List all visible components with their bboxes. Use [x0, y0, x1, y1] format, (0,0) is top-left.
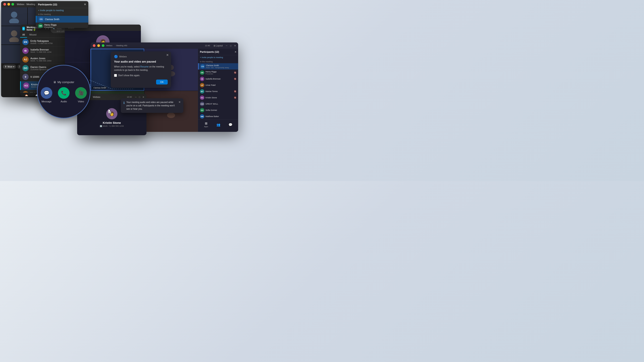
right-meeting-webex-label: Webex [106, 44, 112, 47]
chat-bottom-button[interactable]: 💬 [228, 123, 232, 127]
right-meeting-header: Webex · Meeting info 12:40 ⊞ Layout ─ □ … [90, 42, 238, 49]
layout-btn[interactable]: ⊞ Layout [214, 44, 223, 47]
close-btn-left[interactable] [3, 3, 6, 5]
rp-participant-isabella: IB Isabella Brennan 🔇 [198, 76, 238, 82]
rp-participant-matthew: MB Matthew Baker [198, 113, 238, 120]
webex-logo: W [22, 27, 25, 30]
rp-henry-mic-icon: 🔇 [234, 71, 236, 74]
invite-link[interactable]: + Invite people to meeting [36, 8, 88, 13]
min-btn-right[interactable] [97, 44, 100, 47]
apps-button[interactable]: ⊞ Apps [204, 122, 208, 128]
participants-panel-left: Participants (12) ✕ + Invite people to m… [36, 1, 88, 28]
notification-toast: ℹ Your meeting audio and video are pause… [121, 98, 183, 113]
rp-participant-umar: UP Umar Patel [198, 82, 238, 88]
magnify-message-label: Message [42, 100, 52, 103]
right-meeting-info-label: · Meeting info [115, 44, 127, 47]
rp-avatar-henry: HR [200, 70, 204, 75]
close-btn-right[interactable] [93, 44, 96, 47]
magnify-video-icon: 🎥 [75, 87, 87, 99]
nav-icon-1[interactable]: 🏠 [24, 94, 28, 96]
svg-point-5 [9, 37, 19, 42]
toast-close-icon[interactable]: ✕ [178, 100, 181, 104]
magnify-video-label: Video [78, 100, 84, 103]
rp-clarissa-sub: Host · me · Temporarily away [206, 67, 236, 69]
right-maximize-icon[interactable]: □ [230, 44, 232, 47]
dialog-close-icon[interactable]: ✕ [166, 53, 169, 57]
in-meeting-section: In the meeting CS Clarissa Smith HR Henr… [36, 13, 88, 28]
people-button[interactable]: 👥 [216, 123, 220, 127]
tab-missed[interactable]: Missed [27, 33, 39, 37]
dont-show-checkbox[interactable] [114, 74, 117, 77]
rp-avatar-sofia: SG [200, 108, 204, 112]
rp-clarissa-info: Clarissa Smith Host · me · Temporarily a… [206, 64, 236, 69]
dialog-webex-label: Webex [119, 55, 127, 58]
big-minimize-icon[interactable]: ─ [135, 96, 137, 98]
webex-dialog-icon: 🔵 [114, 55, 118, 58]
avatar-9: 9 [22, 74, 28, 80]
min-btn-left[interactable] [8, 3, 10, 5]
max-btn-right[interactable] [102, 44, 104, 47]
avatar-clarissa: CS [39, 17, 44, 22]
tab-all[interactable]: All [20, 33, 27, 37]
magnify-audio-label: Audio [60, 100, 67, 103]
svg-point-1 [9, 18, 19, 23]
dialog-body: When you're ready, select Resume on the … [114, 65, 168, 72]
participants-panel-header: Participants (12) ✕ [36, 1, 88, 8]
svg-point-4 [11, 30, 17, 37]
magnify-computer-label: 🖥 My computer [53, 80, 74, 84]
magnify-video-btn[interactable]: 🎥 Video [75, 87, 87, 103]
big-maximize-icon[interactable]: □ [139, 96, 140, 98]
dialog-heading: Your audio and video are paused [114, 60, 168, 63]
rp-kristin-mic-icon: 🔇 [234, 96, 236, 99]
chat-icon: 💬 [228, 123, 232, 126]
rp-sofia-name: Sofia Gomez [206, 109, 236, 111]
participant-clarissa-info: Clarissa Smith [45, 18, 86, 20]
dialog-footer: OK [114, 79, 168, 84]
audio-paused-dialog: ✕ 🔵 Webex Your audio and video are pause… [111, 51, 171, 88]
avatar-isabella1: IB [22, 48, 28, 54]
rp-count: Participants (12) [200, 50, 219, 53]
rp-participant-sofia: SG Sofia Gomez [198, 107, 238, 113]
video-cell-clarissa-name: Clarissa Smith [92, 86, 107, 89]
avatar-austen1: AJ [22, 56, 28, 62]
rp-marise-name: Marise Torres [206, 90, 233, 92]
right-minimize-icon[interactable]: ─ [226, 44, 228, 47]
mute-button[interactable]: 🎙 Mute ▾ [3, 64, 16, 69]
avatar-emily: EN [22, 39, 28, 45]
avatar-marise: MT [22, 91, 28, 92]
magnify-actions: 💬 Message 📞 Audio 🎥 Video [41, 87, 87, 103]
rp-avatar-clarissa: CS [200, 64, 205, 69]
apps-label: Apps [204, 126, 208, 128]
big-close-icon[interactable]: ✕ [142, 96, 144, 98]
avatar-kristin: KS [23, 82, 29, 89]
in-meeting-label: In the meeting [36, 13, 88, 16]
rp-marise-mic-icon: 🔇 [234, 90, 236, 92]
rp-isabella-name: Isabella Brennan [206, 78, 233, 80]
rp-close-icon[interactable]: ✕ [234, 51, 236, 53]
big-call-avatar: 👩 [106, 108, 118, 119]
dialog-checkbox-row: Don't show this again. [114, 74, 168, 77]
big-call-time: 12:40 [127, 96, 132, 98]
magnify-audio-icon: 📞 [58, 87, 70, 99]
rp-clarissa-name: Clarissa Smith [206, 64, 236, 67]
resume-text: Resume [140, 65, 148, 68]
rp-invite-link[interactable]: + Invite people to meeting [198, 55, 238, 60]
max-btn-left[interactable] [12, 3, 14, 5]
magnify-message-btn[interactable]: 💬 Message [41, 87, 52, 103]
close-panel-icon[interactable]: ✕ [84, 3, 86, 6]
big-call-title: Webex [93, 96, 126, 98]
right-close-icon[interactable]: ✕ [234, 44, 236, 47]
avatar-henry: HR [38, 23, 43, 28]
dialog-ok-button[interactable]: OK [156, 79, 168, 84]
video-cell-1 [1, 7, 27, 26]
person-1 [1, 7, 27, 26]
participant-henry-info: Henry Riggs Presenter [44, 24, 86, 28]
rp-matthew-name: Matthew Baker [206, 115, 236, 117]
right-meeting-time: 12:40 [205, 44, 210, 47]
dont-show-label: Don't show this again. [118, 74, 140, 77]
magnify-audio-btn[interactable]: 📞 Audio [58, 87, 70, 103]
rp-in-meeting-label: In the meeting [198, 60, 238, 63]
participant-henry-role: Presenter [44, 26, 86, 28]
rp-kristin-name: Kristin Stone [206, 96, 233, 99]
rp-great-name: GREAT WALL [206, 103, 236, 105]
